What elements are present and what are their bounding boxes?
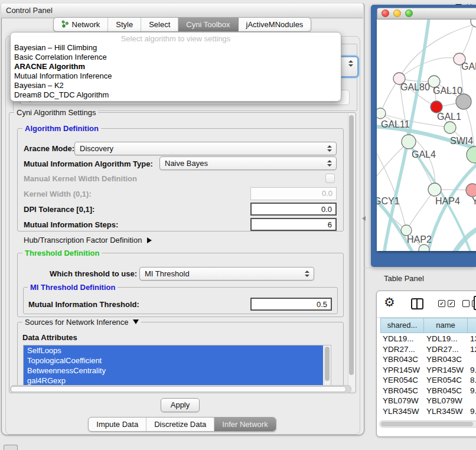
window-zoom-button[interactable] [405,9,413,17]
algorithm-option-bayesian-hill-climbing[interactable]: Bayesian – Hill Climbing [11,43,341,53]
settings-hscrollbar-thumb[interactable] [11,386,346,392]
which-threshold-value: MI Threshold [145,269,190,278]
aracne-mode-value: Discovery [80,144,113,153]
network-node-gal1[interactable] [431,101,442,113]
network-node[interactable] [456,94,471,109]
algorithm-option-bayesian-k2[interactable]: Bayesian – K2 [11,81,341,90]
column-header-shared[interactable]: shared... [380,318,424,333]
apply-button[interactable]: Apply [161,398,200,412]
aracne-mode-select[interactable]: Discovery [74,142,337,155]
network-icon [61,20,69,30]
table-cell: YDL19... [426,334,458,344]
table-row[interactable]: YBR043CYBR043C [377,354,476,365]
page-icon[interactable] [474,296,476,310]
columns-icon[interactable] [411,298,423,309]
tab-jactivemnodules[interactable]: jActiveMNodules [239,18,311,31]
algorithm-definition-title: Algorithm Definition [22,125,101,133]
table-hscrollbar-thumb[interactable] [381,422,473,426]
gear-icon[interactable]: ⚙ [384,295,395,309]
algorithm-option-aracne-algorithm[interactable]: ARACNE Algorithm [11,62,341,71]
tab-infer-network[interactable]: Infer Network [214,418,275,431]
tab-label: Style [116,20,133,29]
mi-type-value: Naive Bayes [165,159,208,168]
table-row[interactable]: YDL19...YDL19...13 [377,334,476,344]
algorithm-option-dream8-dc-tdc-algorithm[interactable]: Dream8 DC_TDC Algorithm [11,90,341,100]
manual-kernel-checkbox[interactable] [325,174,335,183]
column-header-cut[interactable] [468,318,476,333]
network-node-gal4[interactable] [402,135,416,149]
panel-divider [364,268,476,268]
tab-label: Impute Data [96,420,138,429]
tab-label: Infer Network [222,420,268,429]
split-pane-collapse-icon[interactable] [362,216,366,221]
table-row[interactable]: YLR345WYLR345W9. [377,406,476,416]
mi-algorithm-type-select[interactable]: Naive Bayes [159,156,337,170]
tab-label: jActiveMNodules [246,20,304,29]
table-cell: 9. [470,365,476,376]
which-threshold-select[interactable]: MI Threshold [139,267,314,281]
stepper-icon [348,60,354,67]
tab-label: Cyni Toolbox [186,20,230,29]
attribute-item-selfloops[interactable]: SelfLoops [24,345,323,356]
tab-cyni-toolbox[interactable]: Cyni Toolbox [178,18,238,31]
table-body: YDL19...YDL19...13YDR27...YDR27...12YBR0… [377,334,476,415]
table-row[interactable]: YDR27...YDR27...12 [377,344,476,355]
table-cell: YDR27... [426,344,459,355]
network-node-y[interactable] [466,184,476,197]
mi-steps-field[interactable]: 6 [250,218,337,231]
select-all-checkbox-icon[interactable]: ✓ [438,300,445,307]
attributes-scrollbar-thumb[interactable] [325,347,330,381]
network-edge [399,58,459,79]
network-node[interactable] [471,19,476,27]
network-node-swi4[interactable] [444,122,456,133]
table-cell: 8. [470,375,476,386]
tab-style[interactable]: Style [108,18,141,31]
node-label-gcy1: GCY1 [377,196,400,206]
deselect-all-checkbox-icon[interactable] [462,300,470,307]
table-cell: YBR045C [383,386,418,396]
table-row[interactable]: YBL079WYBL079W [377,396,476,406]
settings-scrollbar [348,113,355,391]
attribute-item-betweennesscentrality[interactable]: BetweennessCentrality [24,366,323,376]
table-row[interactable]: YER054CYER054C8. [377,375,476,386]
tab-network[interactable]: Network [54,18,109,31]
table-cell: YPR145W [426,365,464,376]
attribute-item-gal4rgexp[interactable]: gal4RGexp [24,376,323,386]
network-node-gal11[interactable] [377,108,386,119]
table-panel-title: Table Panel [384,274,424,283]
kernel-width-field[interactable]: 0.0 [250,187,337,200]
node-label-gal10: GAL10 [433,86,462,96]
tab-impute-data[interactable]: Impute Data [89,418,146,431]
settings-scrollbar-thumb[interactable] [349,115,354,375]
node-label-swi4: SWI4 [450,136,473,146]
table-cell: 13 [470,334,476,344]
table-cell: YBL079W [426,396,462,406]
column-header-name[interactable]: name [424,318,468,333]
network-node[interactable] [467,146,476,163]
algorithm-option-basic-correlation-inference[interactable]: Basic Correlation Inference [11,53,341,62]
tab-discretize-data[interactable]: Discretize Data [146,418,214,431]
node-label-y: Y [472,196,476,206]
window-title: Control Panel [6,4,53,18]
network-canvas[interactable]: GALGAL80GAL10GAL1GAL11SWI4GAL4HAP4YGCY1H… [377,19,476,251]
sources-collapse-header[interactable]: Sources for Network Inference [22,318,141,327]
attributes-scrollbar [324,345,331,386]
algorithm-option-mutual-information-inference[interactable]: Mutual Information Inference [11,71,341,81]
network-node-hap4[interactable] [428,183,441,196]
tab-select[interactable]: Select [141,18,178,31]
table-row[interactable]: YPR145WYPR145W9. [377,365,476,376]
table-cell: YBR043C [383,354,418,365]
window-minimize-button[interactable] [393,9,401,17]
table-cell: YER054C [383,375,418,386]
window-close-button[interactable] [382,9,389,17]
network-window-titlebar [377,8,476,19]
dpi-tolerance-field[interactable]: 0.0 [250,203,337,216]
network-edge [406,190,435,230]
attribute-item-topologicalcoefficient[interactable]: TopologicalCoefficient [24,356,323,366]
dock-grip-icon[interactable] [4,445,18,450]
mi-threshold-field[interactable]: 0.5 [250,298,332,311]
table-toolbar: ⚙ ✓ ✓ [377,291,476,318]
node-label-gal80: GAL80 [400,82,430,92]
select-all-checkbox-icon[interactable]: ✓ [448,300,455,307]
table-row[interactable]: YBR045CYBR045C9. [377,386,476,396]
